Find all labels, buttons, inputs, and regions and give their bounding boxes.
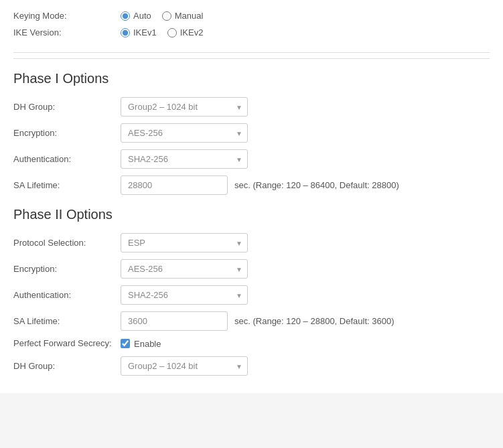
ike-v2-option[interactable]: IKEv2	[167, 27, 204, 38]
ike-v1-option[interactable]: IKEv1	[121, 27, 157, 38]
phase1-dh-group-row: DH Group: Group2 – 1024 bit ▼	[13, 97, 490, 117]
keying-manual-label: Manual	[175, 11, 204, 21]
phase1-sa-lifetime-input[interactable]	[121, 175, 228, 195]
phase2-protocol-select[interactable]: ESP	[121, 233, 248, 252]
ike-v2-radio[interactable]	[167, 28, 177, 38]
ike-v1-radio[interactable]	[121, 28, 130, 38]
phase2-pfs-enable-label: Enable	[134, 339, 161, 349]
phase2-sa-lifetime-label: SA Lifetime:	[13, 316, 121, 326]
phase1-encryption-row: Encryption: AES-256 ▼	[13, 123, 490, 143]
phase2-pfs-checkbox-row: Enable	[121, 339, 161, 349]
phase1-dh-group-label: DH Group:	[13, 102, 121, 112]
ike-v2-label: IKEv2	[180, 27, 204, 38]
phase1-authentication-label: Authentication:	[13, 154, 121, 164]
phase2-protocol-label: Protocol Selection:	[13, 238, 121, 248]
phase2-pfs-row: Perfect Forward Secrecy: Enable	[13, 338, 490, 350]
keying-manual-radio[interactable]	[162, 11, 171, 21]
phase2-pfs-checkbox[interactable]	[121, 339, 130, 348]
phase2-protocol-row: Protocol Selection: ESP ▼	[13, 233, 490, 252]
ike-version-label: IKE Version:	[13, 27, 121, 38]
phase2-dh-group-label: DH Group:	[13, 361, 121, 371]
keying-auto-label: Auto	[133, 11, 151, 21]
keying-auto-radio[interactable]	[121, 11, 130, 21]
phase2-dh-group-select[interactable]: Group2 – 1024 bit	[121, 356, 248, 376]
phase1-section: Phase I Options DH Group: Group2 – 1024 …	[13, 71, 490, 195]
keying-manual-option[interactable]: Manual	[162, 11, 204, 21]
phase1-authentication-wrapper[interactable]: SHA2-256 ▼	[121, 149, 248, 169]
phase2-authentication-row: Authentication: SHA2-256 ▼	[13, 285, 490, 305]
phase1-sa-lifetime-label: SA Lifetime:	[13, 180, 121, 190]
phase2-protocol-wrapper[interactable]: ESP ▼	[121, 233, 248, 252]
phase1-encryption-wrapper[interactable]: AES-256 ▼	[121, 123, 248, 143]
phase2-dh-group-row: DH Group: Group2 – 1024 bit ▼	[13, 356, 490, 376]
phase2-encryption-wrapper[interactable]: AES-256 ▼	[121, 259, 248, 279]
phase2-title: Phase II Options	[13, 207, 490, 222]
phase1-sa-lifetime-hint: sec. (Range: 120 – 86400, Default: 28800…	[234, 180, 399, 190]
phase2-dh-group-wrapper[interactable]: Group2 – 1024 bit ▼	[121, 356, 248, 376]
phase1-dh-group-select[interactable]: Group2 – 1024 bit	[121, 97, 248, 117]
phase1-encryption-select[interactable]: AES-256	[121, 123, 248, 143]
phase2-section: Phase II Options Protocol Selection: ESP…	[13, 207, 490, 376]
ike-version-options: IKEv1 IKEv2	[121, 27, 203, 38]
phase2-pfs-label: Perfect Forward Secrecy:	[13, 338, 121, 350]
keying-mode-options: Auto Manual	[121, 11, 203, 21]
phase1-dh-group-wrapper[interactable]: Group2 – 1024 bit ▼	[121, 97, 248, 117]
section-divider	[13, 58, 490, 59]
phase2-sa-lifetime-hint: sec. (Range: 120 – 28800, Default: 3600)	[234, 316, 394, 326]
phase2-encryption-label: Encryption:	[13, 264, 121, 274]
phase2-authentication-label: Authentication:	[13, 290, 121, 300]
keying-mode-row: Keying Mode: Auto Manual	[13, 11, 490, 21]
phase1-sa-lifetime-row: SA Lifetime: sec. (Range: 120 – 86400, D…	[13, 175, 490, 195]
phase2-sa-lifetime-row: SA Lifetime: sec. (Range: 120 – 28800, D…	[13, 311, 490, 331]
phase2-sa-lifetime-input[interactable]	[121, 311, 228, 331]
phase2-encryption-row: Encryption: AES-256 ▼	[13, 259, 490, 279]
phase2-authentication-wrapper[interactable]: SHA2-256 ▼	[121, 285, 248, 305]
phase1-authentication-select[interactable]: SHA2-256	[121, 149, 248, 169]
phase1-encryption-label: Encryption:	[13, 128, 121, 138]
ike-v1-label: IKEv1	[133, 27, 157, 38]
ike-version-row: IKE Version: IKEv1 IKEv2	[13, 27, 490, 38]
keying-auto-option[interactable]: Auto	[121, 11, 151, 21]
phase2-encryption-select[interactable]: AES-256	[121, 259, 248, 279]
phase1-authentication-row: Authentication: SHA2-256 ▼	[13, 149, 490, 169]
phase1-title: Phase I Options	[13, 71, 490, 86]
phase2-authentication-select[interactable]: SHA2-256	[121, 285, 248, 305]
keying-mode-label: Keying Mode:	[13, 11, 121, 21]
